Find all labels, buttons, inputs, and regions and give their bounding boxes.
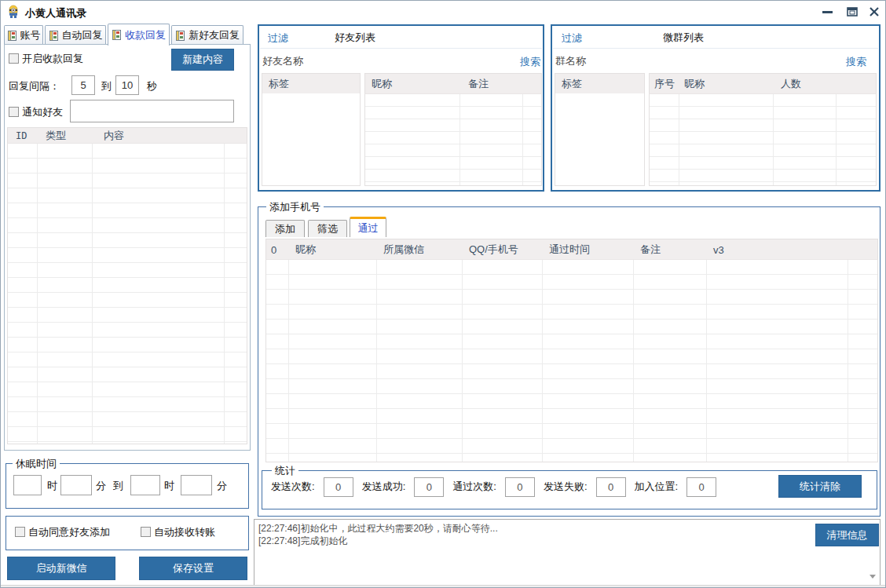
notebook-icon [175, 31, 185, 41]
clear-log-button[interactable]: 清理信息 [815, 524, 879, 546]
tab-auto-reply-label: 自动回复 [62, 28, 103, 42]
friend-search-link[interactable]: 搜索 [520, 55, 540, 69]
passed-col-owner-wechat: 所属微信 [383, 243, 424, 257]
tab-account-label: 账号 [20, 28, 41, 42]
subtab-passed-label: 通过 [358, 221, 379, 236]
sleep-end-hour-input[interactable] [130, 475, 160, 495]
log-line: [22:27:48]完成初始化 [258, 535, 347, 547]
tab-account[interactable]: 账号 [4, 25, 43, 45]
notebook-icon [49, 31, 59, 41]
passed-table-body [265, 259, 878, 462]
friend-list-title: 好友列表 [335, 31, 375, 44]
group-tag-table-body [555, 93, 645, 186]
stat-sent-label: 发送次数: [271, 480, 315, 493]
reply-interval-label: 回复间隔： [9, 80, 60, 93]
enable-payment-reply-checkbox[interactable] [9, 53, 19, 64]
friend-tag-table-body [262, 93, 361, 186]
start-new-wechat-button[interactable]: 启动新微信 [7, 557, 115, 580]
sleep-to-label: 到 [113, 480, 123, 492]
stat-failed-label: 发送失败: [544, 480, 588, 493]
group-col-index: 序号 [654, 77, 675, 91]
subtab-add[interactable]: 添加 [265, 220, 305, 237]
save-settings-button[interactable]: 保存设置 [139, 557, 247, 580]
friend-filter-link[interactable]: 过滤 [268, 31, 288, 46]
group-filter-link[interactable]: 过滤 [562, 31, 582, 46]
maximize-icon [847, 7, 858, 16]
stat-sent-value[interactable] [324, 477, 353, 497]
group-tag-table-header: 标签 [555, 73, 645, 93]
enable-payment-reply-label: 开启收款回复 [22, 53, 83, 65]
sleep-minute-label-1: 分 [96, 480, 106, 492]
maximize-button[interactable] [842, 3, 862, 20]
sleep-start-hour-input[interactable] [13, 475, 42, 495]
friend-name-input[interactable] [261, 53, 481, 70]
group-search-link[interactable]: 搜索 [846, 55, 866, 69]
group-tag-col: 标签 [562, 77, 582, 91]
window-title: 小黄人通讯录 [25, 6, 86, 20]
clear-log-label: 清理信息 [827, 528, 868, 542]
friend-panel-divider [260, 48, 542, 49]
minimize-button[interactable] [817, 3, 837, 20]
stat-success-value[interactable] [414, 477, 444, 497]
interval-to-input[interactable] [115, 75, 139, 95]
tab-new-friend-reply-label: 新好友回复 [189, 28, 240, 42]
group-table-body [649, 93, 877, 186]
stat-passed-value[interactable] [505, 477, 535, 497]
notify-message-input[interactable] [70, 100, 234, 122]
subtab-filter[interactable]: 筛选 [308, 220, 347, 237]
stat-failed-value[interactable] [596, 477, 626, 497]
passed-col-0: 0 [271, 243, 276, 255]
tab-auto-reply[interactable]: 自动回复 [45, 25, 106, 45]
group-col-nickname: 昵称 [684, 77, 705, 91]
minimize-icon [822, 11, 833, 13]
group-table-header: 序号 昵称 人数 [649, 73, 877, 93]
new-content-button[interactable]: 新建内容 [171, 49, 234, 71]
group-name-input[interactable] [554, 53, 789, 70]
interval-from-input[interactable] [71, 75, 95, 95]
tab-new-friend-reply[interactable]: 新好友回复 [171, 25, 243, 45]
tab-payment-reply[interactable]: 收款回复 [108, 24, 170, 46]
auto-receive-transfer-label: 自动接收转账 [154, 526, 215, 539]
auto-accept-friend-label: 自动同意好友添加 [28, 526, 110, 539]
friend-table-header: 昵称 备注 [364, 73, 542, 93]
notify-friend-label: 通知好友 [22, 106, 63, 119]
clear-stats-button[interactable]: 统计清除 [778, 475, 862, 498]
passed-col-v3: v3 [713, 243, 724, 255]
subtab-passed[interactable]: 通过 [350, 217, 386, 237]
group-col-count: 人数 [781, 77, 801, 91]
subtab-add-label: 添加 [275, 222, 295, 236]
notify-friend-checkbox[interactable] [9, 107, 19, 117]
friend-tag-table-header: 标签 [262, 73, 361, 93]
notebook-icon [112, 30, 122, 40]
interval-to-word: 到 [101, 80, 112, 93]
reply-col-content: 内容 [104, 129, 124, 143]
interval-unit-label: 秒 [147, 80, 157, 93]
save-settings-label: 保存设置 [173, 561, 214, 575]
passed-col-nickname: 昵称 [295, 243, 316, 257]
auto-receive-transfer-checkbox[interactable] [141, 527, 151, 537]
sleep-time-group: 休眠时间 [5, 463, 249, 509]
friend-tag-col: 标签 [269, 77, 289, 91]
sleep-end-minute-input[interactable] [181, 475, 212, 495]
sleep-start-minute-input[interactable] [60, 475, 92, 495]
window-bottom-edge [1, 585, 885, 587]
log-line: [22:27:46]初始化中，此过程大约需要20秒，请耐心等待... [258, 522, 498, 535]
stat-position-value[interactable] [686, 477, 716, 497]
scroll-down-icon[interactable] [870, 575, 876, 579]
friend-col-nickname: 昵称 [372, 77, 392, 91]
reply-table-body [7, 143, 247, 444]
stats-fields-row: 发送次数: 发送成功: 通过次数: 发送失败: 加入位置: [271, 475, 716, 499]
passed-table-header: 0 昵称 所属微信 QQ/手机号 通过时间 备注 v3 [265, 239, 878, 259]
sleep-hour-label-1: 时 [47, 480, 57, 492]
log-area: [22:27:46]初始化中，此过程大约需要20秒，请耐心等待... [22:2… [254, 519, 881, 586]
reply-col-type: 类型 [46, 129, 66, 143]
passed-col-remark: 备注 [640, 243, 661, 257]
app-window: 小黄人通讯录 账号 自动回复 收款回复 新好友回复 开启收款回复 新 [0, 0, 886, 588]
friend-table-body [364, 93, 542, 186]
auto-accept-friend-checkbox[interactable] [15, 527, 25, 537]
passed-col-qq-phone: QQ/手机号 [469, 243, 518, 257]
close-icon [870, 7, 879, 16]
sleep-minute-label-2: 分 [217, 480, 227, 492]
close-button[interactable] [864, 3, 884, 20]
stat-success-label: 发送成功: [362, 480, 406, 493]
